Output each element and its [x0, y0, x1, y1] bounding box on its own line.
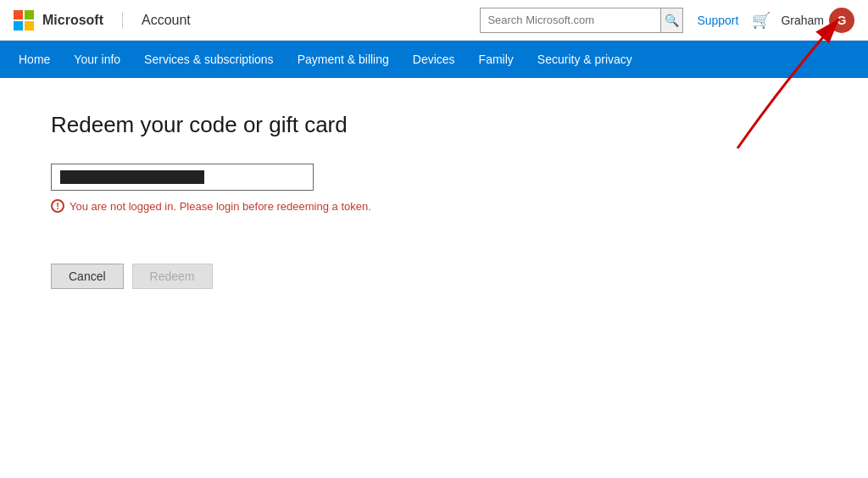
- header-divider: [122, 12, 123, 29]
- error-icon: !: [51, 199, 64, 213]
- navigation: Home Your info Services & subscriptions …: [0, 41, 868, 78]
- support-link[interactable]: Support: [697, 14, 738, 27]
- cancel-button[interactable]: Cancel: [51, 264, 124, 289]
- logo-area: Microsoft Account: [14, 10, 191, 31]
- main-content: Redeem your code or gift card ! You are …: [0, 78, 868, 323]
- nav-family[interactable]: Family: [467, 41, 526, 78]
- header: Microsoft Account 🔍 Support 🛒 Graham G: [0, 0, 868, 41]
- error-text: You are not logged in. Please login befo…: [70, 200, 371, 213]
- search-button[interactable]: 🔍: [660, 8, 683, 32]
- error-message-container: ! You are not logged in. Please login be…: [51, 199, 817, 213]
- nav-devices[interactable]: Devices: [401, 41, 467, 78]
- nav-payment[interactable]: Payment & billing: [286, 41, 401, 78]
- user-name: Graham: [781, 14, 824, 27]
- user-menu[interactable]: Graham G: [781, 8, 854, 33]
- redeem-button[interactable]: Redeem: [132, 264, 213, 289]
- avatar: G: [829, 8, 854, 33]
- svg-rect-2: [14, 21, 23, 31]
- search-container: 🔍: [480, 8, 683, 33]
- cart-icon[interactable]: 🛒: [752, 11, 771, 30]
- page-title: Redeem your code or gift card: [51, 112, 817, 138]
- microsoft-logo: [14, 10, 34, 31]
- nav-home[interactable]: Home: [7, 41, 62, 78]
- code-input-wrapper: [51, 164, 314, 191]
- account-label: Account: [142, 13, 191, 28]
- svg-rect-1: [25, 10, 34, 19]
- redacted-content: [60, 170, 204, 184]
- code-input-row: [51, 164, 817, 191]
- nav-your-info[interactable]: Your info: [62, 41, 132, 78]
- button-row: Cancel Redeem: [51, 264, 817, 289]
- search-input[interactable]: [481, 8, 659, 32]
- nav-security[interactable]: Security & privacy: [526, 41, 644, 78]
- microsoft-wordmark: Microsoft: [42, 13, 103, 28]
- nav-services[interactable]: Services & subscriptions: [132, 41, 286, 78]
- svg-rect-0: [14, 10, 23, 19]
- svg-rect-3: [25, 21, 34, 31]
